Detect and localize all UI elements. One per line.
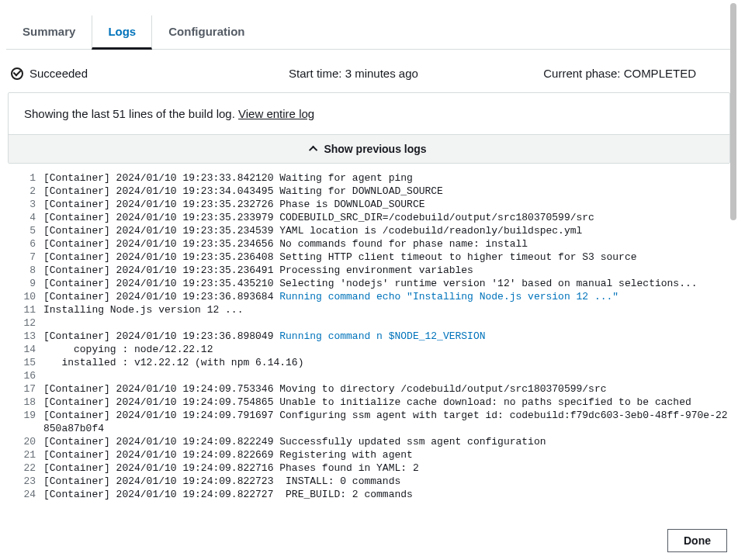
line-number: 11 xyxy=(8,303,43,316)
log-line: 9[Container] 2024/01/10 19:23:35.435210 … xyxy=(8,277,730,290)
line-number: 18 xyxy=(8,396,43,409)
line-number: 3 xyxy=(8,198,43,211)
log-line: 21[Container] 2024/01/10 19:24:09.822669… xyxy=(8,448,730,461)
done-button[interactable]: Done xyxy=(667,529,727,552)
line-number: 10 xyxy=(8,290,43,303)
log-line: 6[Container] 2024/01/10 19:23:35.234656 … xyxy=(8,237,730,251)
log-line: 17[Container] 2024/01/10 19:24:09.753346… xyxy=(8,382,730,396)
log-line: 22[Container] 2024/01/10 19:24:09.822716… xyxy=(8,461,730,475)
log-header-box: Showing the last 51 lines of the build l… xyxy=(8,92,730,164)
line-text: [Container] 2024/01/10 19:24:09.791697 C… xyxy=(43,409,730,435)
log-line: 20[Container] 2024/01/10 19:24:09.822249… xyxy=(8,435,730,448)
log-line: 23[Container] 2024/01/10 19:24:09.822723… xyxy=(8,475,730,488)
view-entire-log-link[interactable]: View entire log xyxy=(238,107,314,120)
line-number: 13 xyxy=(8,330,43,343)
tab-logs[interactable]: Logs xyxy=(92,16,152,50)
line-text: [Container] 2024/01/10 19:23:35.234539 Y… xyxy=(43,224,582,237)
scrollbar[interactable] xyxy=(730,3,736,220)
log-line: 24[Container] 2024/01/10 19:24:09.822727… xyxy=(8,488,730,501)
line-text: [Container] 2024/01/10 19:24:09.754865 U… xyxy=(43,396,691,409)
line-text: copying : node/12.22.12 xyxy=(43,343,213,356)
log-line: 19[Container] 2024/01/10 19:24:09.791697… xyxy=(8,409,730,435)
line-number: 21 xyxy=(8,448,43,461)
line-text: [Container] 2024/01/10 19:23:35.233979 C… xyxy=(43,211,594,224)
log-line: 10[Container] 2024/01/10 19:23:36.893684… xyxy=(8,290,730,303)
show-previous-logs-label: Show previous logs xyxy=(324,143,426,155)
line-number: 17 xyxy=(8,382,43,396)
showing-suffix: lines of the build log. xyxy=(126,107,238,120)
line-number: 24 xyxy=(8,488,43,501)
start-time-label: Start time: xyxy=(289,67,345,80)
line-number: 20 xyxy=(8,435,43,448)
log-line: 12 xyxy=(8,316,730,330)
log-line: 4[Container] 2024/01/10 19:23:35.233979 … xyxy=(8,211,730,224)
start-time-value: 3 minutes ago xyxy=(345,67,418,80)
tabs-bar: Summary Logs Configuration xyxy=(6,16,732,50)
line-number: 22 xyxy=(8,461,43,475)
line-text: [Container] 2024/01/10 19:23:35.435210 S… xyxy=(43,277,698,290)
line-text: installed : v12.22.12 (with npm 6.14.16) xyxy=(43,356,303,369)
log-line: 5[Container] 2024/01/10 19:23:35.234539 … xyxy=(8,224,730,237)
line-number: 9 xyxy=(8,277,43,290)
footer: Done xyxy=(0,520,738,560)
line-text: [Container] 2024/01/10 19:24:09.822249 S… xyxy=(43,435,546,448)
log-line: 16 xyxy=(8,369,730,382)
line-text: [Container] 2024/01/10 19:23:33.842120 W… xyxy=(43,171,413,185)
show-previous-logs-button[interactable]: Show previous logs xyxy=(9,134,729,163)
line-number: 7 xyxy=(8,251,43,264)
log-line: 7[Container] 2024/01/10 19:23:35.236408 … xyxy=(8,251,730,264)
line-number: 4 xyxy=(8,211,43,224)
log-line: 8[Container] 2024/01/10 19:23:35.236491 … xyxy=(8,264,730,277)
line-number: 1 xyxy=(8,171,43,185)
log-line: 18[Container] 2024/01/10 19:24:09.754865… xyxy=(8,396,730,409)
log-line: 3[Container] 2024/01/10 19:23:35.232726 … xyxy=(8,198,730,211)
line-text: [Container] 2024/01/10 19:23:36.893684 R… xyxy=(43,290,618,303)
line-number: 5 xyxy=(8,224,43,237)
line-text: [Container] 2024/01/10 19:24:09.822723 I… xyxy=(43,475,400,488)
line-text: [Container] 2024/01/10 19:24:09.753346 M… xyxy=(43,382,607,396)
line-text: [Container] 2024/01/10 19:24:09.822727 P… xyxy=(43,488,413,501)
line-text: [Container] 2024/01/10 19:24:09.822716 P… xyxy=(43,461,419,475)
showing-prefix: Showing the last xyxy=(24,107,113,120)
line-number: 19 xyxy=(8,409,43,435)
phase-value: COMPLETED xyxy=(624,67,696,80)
line-number: 2 xyxy=(8,185,43,198)
line-number: 14 xyxy=(8,343,43,356)
line-number: 12 xyxy=(8,316,43,330)
log-output[interactable]: 1[Container] 2024/01/10 19:23:33.842120 … xyxy=(8,167,730,504)
line-number: 15 xyxy=(8,356,43,369)
line-text: [Container] 2024/01/10 19:24:09.822669 R… xyxy=(43,448,413,461)
line-text: [Container] 2024/01/10 19:23:35.236408 S… xyxy=(43,251,637,264)
showing-count: 51 xyxy=(113,107,126,120)
log-line: 11Installing Node.js version 12 ... xyxy=(8,303,730,316)
line-text: [Container] 2024/01/10 19:23:34.043495 W… xyxy=(43,185,443,198)
line-text: [Container] 2024/01/10 19:23:35.232726 P… xyxy=(43,198,424,211)
log-line: 14 copying : node/12.22.12 xyxy=(8,343,730,356)
log-line: 13[Container] 2024/01/10 19:23:36.898049… xyxy=(8,330,730,343)
line-number: 23 xyxy=(8,475,43,488)
log-line: 2[Container] 2024/01/10 19:23:34.043495 … xyxy=(8,185,730,198)
tab-configuration[interactable]: Configuration xyxy=(152,16,261,50)
status-state: Succeeded xyxy=(29,67,88,80)
line-number: 8 xyxy=(8,264,43,277)
line-text: [Container] 2024/01/10 19:23:35.234656 N… xyxy=(43,237,528,251)
chevron-up-icon xyxy=(309,146,317,154)
line-number: 6 xyxy=(8,237,43,251)
line-text: Installing Node.js version 12 ... xyxy=(43,303,243,316)
line-text: [Container] 2024/01/10 19:23:35.236491 P… xyxy=(43,264,473,277)
log-line: 1[Container] 2024/01/10 19:23:33.842120 … xyxy=(8,171,730,185)
success-check-icon xyxy=(11,67,23,80)
log-line: 15 installed : v12.22.12 (with npm 6.14.… xyxy=(8,356,730,369)
command-text: Running command echo "Installing Node.js… xyxy=(279,291,618,302)
line-number: 16 xyxy=(8,369,43,382)
command-text: Running command n $NODE_12_VERSION xyxy=(279,330,485,342)
line-text: [Container] 2024/01/10 19:23:36.898049 R… xyxy=(43,330,486,343)
tab-summary[interactable]: Summary xyxy=(6,16,92,50)
status-row: Succeeded Start time: 3 minutes ago Curr… xyxy=(6,50,732,92)
phase-label: Current phase: xyxy=(543,67,623,80)
